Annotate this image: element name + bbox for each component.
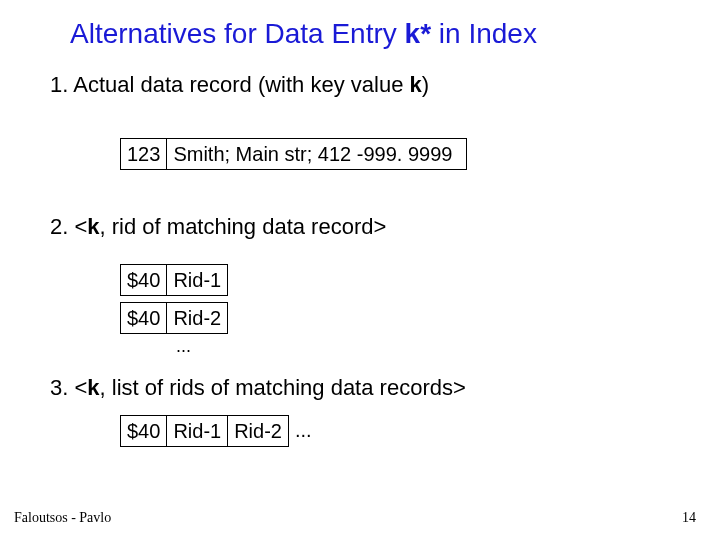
cell-key: 123 <box>120 138 167 170</box>
item2-k: k <box>87 214 99 239</box>
item2-pre: 2. < <box>50 214 87 239</box>
item3-post: , list of rids of matching data records> <box>100 375 466 400</box>
item1-post: ) <box>422 72 429 97</box>
cell-key: $40 <box>120 264 167 296</box>
list-item-2: 2. <k, rid of matching data record> <box>40 214 680 240</box>
title-k: k* <box>405 18 431 49</box>
cell-key: $40 <box>120 415 167 447</box>
page-number: 14 <box>682 510 696 526</box>
rid-row-1: $40 Rid-1 <box>120 264 680 296</box>
slide: Alternatives for Data Entry k* in Index … <box>0 0 720 540</box>
record-row-1: 123 Smith; Main str; 412 -999. 9999 <box>120 138 680 170</box>
footer-authors: Faloutsos - Pavlo <box>14 510 111 526</box>
item2-post: , rid of matching data record> <box>100 214 387 239</box>
title-pre: Alternatives for Data Entry <box>70 18 405 49</box>
cell-rid: Rid-1 <box>167 415 228 447</box>
cell-value: Smith; Main str; 412 -999. 9999 <box>167 138 467 170</box>
list-item-1: 1. Actual data record (with key value k) <box>40 72 680 98</box>
slide-title: Alternatives for Data Entry k* in Index <box>70 18 680 50</box>
title-post: in Index <box>431 18 537 49</box>
ellipsis: ... <box>289 415 318 447</box>
item1-pre: 1. Actual data record (with key value <box>50 72 410 97</box>
cell-rid: Rid-2 <box>167 302 228 334</box>
item3-pre: 3. < <box>50 375 87 400</box>
cell-rid: Rid-2 <box>228 415 289 447</box>
ellipsis: ... <box>176 336 680 357</box>
rid-list-row: $40 Rid-1 Rid-2 ... <box>120 415 680 447</box>
list-item-3: 3. <k, list of rids of matching data rec… <box>40 375 680 401</box>
item3-k: k <box>87 375 99 400</box>
item1-k: k <box>410 72 422 97</box>
rid-row-2: $40 Rid-2 <box>120 302 680 334</box>
cell-rid: Rid-1 <box>167 264 228 296</box>
cell-key: $40 <box>120 302 167 334</box>
